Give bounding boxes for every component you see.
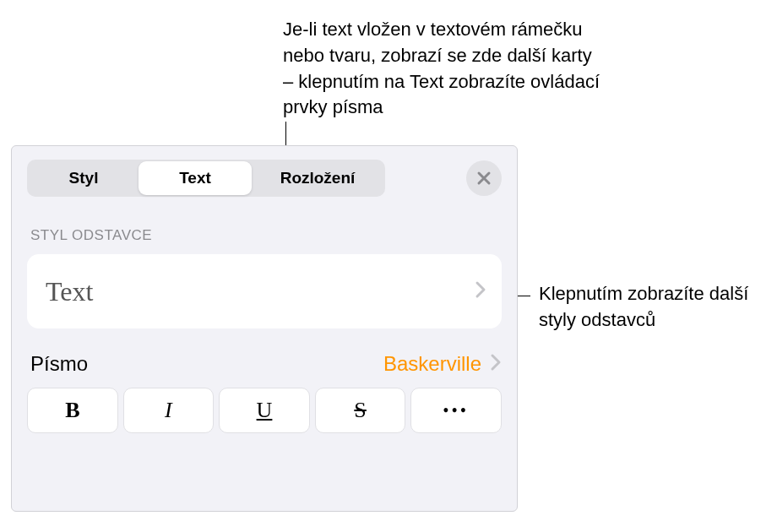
tab-rozlozeni[interactable]: Rozložení (252, 161, 383, 195)
more-options-button[interactable]: ••• (410, 388, 502, 433)
close-icon (476, 171, 492, 186)
chevron-right-icon (475, 280, 486, 302)
callout-right-text: Klepnutím zobrazíte další styly odstavců (539, 281, 767, 334)
format-button-bar: B I U S ••• (12, 384, 517, 433)
paragraph-style-value: Text (46, 276, 93, 307)
font-row[interactable]: Písmo Baskerville (12, 328, 517, 384)
close-button[interactable] (466, 160, 502, 196)
font-label: Písmo (30, 352, 88, 376)
paragraph-style-cell[interactable]: Text (27, 254, 502, 328)
panel-header: Styl Text Rozložení (12, 146, 517, 209)
paragraph-style-section-label: STYL ODSTAVCE (12, 209, 517, 251)
underline-button[interactable]: U (219, 388, 310, 433)
more-icon: ••• (443, 402, 470, 420)
bold-button[interactable]: B (27, 388, 118, 433)
format-panel: Styl Text Rozložení STYL ODSTAVCE Text P… (11, 145, 518, 512)
italic-button[interactable]: I (123, 388, 215, 433)
font-value: Baskerville (383, 352, 481, 376)
callout-top-text: Je-li text vložen v textovém rámečku neb… (283, 17, 604, 121)
chevron-right-icon (490, 353, 502, 375)
strikethrough-button[interactable]: S (315, 388, 406, 433)
tab-text[interactable]: Text (139, 161, 252, 195)
callout-leader-line (285, 122, 286, 145)
tabs-segmented-control: Styl Text Rozložení (27, 160, 385, 197)
tab-styl[interactable]: Styl (29, 161, 139, 195)
